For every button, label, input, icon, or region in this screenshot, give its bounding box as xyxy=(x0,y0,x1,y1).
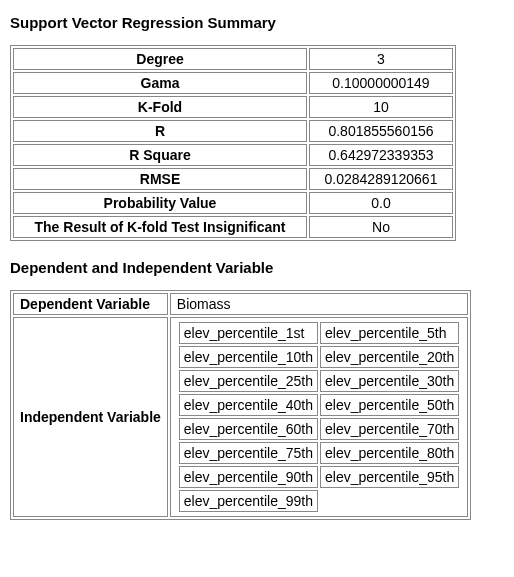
table-row: Probability Value0.0 xyxy=(13,192,453,214)
independent-variable-item: elev_percentile_30th xyxy=(320,370,459,392)
independent-variable-item: elev_percentile_90th xyxy=(179,466,318,488)
independent-variable-item: elev_percentile_75th xyxy=(179,442,318,464)
table-row: K-Fold10 xyxy=(13,96,453,118)
table-row: Dependent Variable Biomass xyxy=(13,293,468,315)
independent-variable-item: elev_percentile_60th xyxy=(179,418,318,440)
table-row: Independent Variable elev_percentile_1st… xyxy=(13,317,468,517)
table-row: elev_percentile_40thelev_percentile_50th xyxy=(179,394,459,416)
table-row: Gama0.10000000149 xyxy=(13,72,453,94)
summary-value: 0.0284289120661 xyxy=(309,168,453,190)
table-row: elev_percentile_25thelev_percentile_30th xyxy=(179,370,459,392)
summary-value: 10 xyxy=(309,96,453,118)
summary-value: 0.642972339353 xyxy=(309,144,453,166)
summary-label: RMSE xyxy=(13,168,307,190)
table-row: R Square0.642972339353 xyxy=(13,144,453,166)
independent-variable-item: elev_percentile_70th xyxy=(320,418,459,440)
table-row: RMSE0.0284289120661 xyxy=(13,168,453,190)
svr-summary-title: Support Vector Regression Summary xyxy=(10,14,504,31)
table-row: The Result of K-fold Test InsignificantN… xyxy=(13,216,453,238)
table-row: Degree3 xyxy=(13,48,453,70)
independent-variable-item: elev_percentile_1st xyxy=(179,322,318,344)
table-row: R0.801855560156 xyxy=(13,120,453,142)
independent-variable-item: elev_percentile_25th xyxy=(179,370,318,392)
table-row: elev_percentile_10thelev_percentile_20th xyxy=(179,346,459,368)
summary-value: 0.0 xyxy=(309,192,453,214)
variables-title: Dependent and Independent Variable xyxy=(10,259,504,276)
summary-label: R xyxy=(13,120,307,142)
summary-label: K-Fold xyxy=(13,96,307,118)
summary-label: The Result of K-fold Test Insignificant xyxy=(13,216,307,238)
dependent-variable-value: Biomass xyxy=(170,293,468,315)
summary-value: 0.801855560156 xyxy=(309,120,453,142)
independent-variable-item: elev_percentile_80th xyxy=(320,442,459,464)
summary-value: 0.10000000149 xyxy=(309,72,453,94)
independent-variable-item: elev_percentile_40th xyxy=(179,394,318,416)
independent-variable-values: elev_percentile_1stelev_percentile_5thel… xyxy=(170,317,468,517)
independent-variable-item: elev_percentile_95th xyxy=(320,466,459,488)
independent-variable-item: elev_percentile_10th xyxy=(179,346,318,368)
independent-variable-item: elev_percentile_20th xyxy=(320,346,459,368)
independent-variable-label: Independent Variable xyxy=(13,317,168,517)
svr-summary-table: Degree3Gama0.10000000149K-Fold10R0.80185… xyxy=(10,45,456,241)
independent-variable-item: elev_percentile_50th xyxy=(320,394,459,416)
table-row: elev_percentile_75thelev_percentile_80th xyxy=(179,442,459,464)
summary-label: R Square xyxy=(13,144,307,166)
table-row: elev_percentile_1stelev_percentile_5th xyxy=(179,322,459,344)
table-row: elev_percentile_60thelev_percentile_70th xyxy=(179,418,459,440)
independent-variable-item: elev_percentile_5th xyxy=(320,322,459,344)
summary-label: Probability Value xyxy=(13,192,307,214)
independent-variable-item: elev_percentile_99th xyxy=(179,490,318,512)
summary-label: Degree xyxy=(13,48,307,70)
dependent-variable-label: Dependent Variable xyxy=(13,293,168,315)
summary-value: No xyxy=(309,216,453,238)
table-row: elev_percentile_99th xyxy=(179,490,459,512)
table-row: elev_percentile_90thelev_percentile_95th xyxy=(179,466,459,488)
summary-value: 3 xyxy=(309,48,453,70)
summary-label: Gama xyxy=(13,72,307,94)
variables-table: Dependent Variable Biomass Independent V… xyxy=(10,290,471,520)
